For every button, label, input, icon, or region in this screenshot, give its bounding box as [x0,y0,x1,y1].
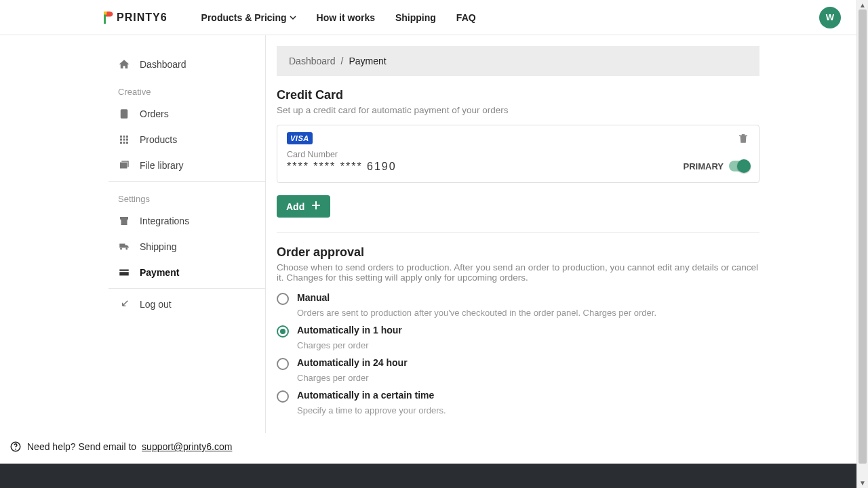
grid-icon [118,134,130,146]
sidebar-item-dashboard[interactable]: Dashboard [108,52,265,77]
help-email-link[interactable]: support@printy6.com [142,441,232,452]
radio-desc: Charges per order [297,373,760,383]
sidebar-item-orders[interactable]: Orders [108,101,265,127]
scroll-down-arrow-icon[interactable]: ▼ [857,479,868,487]
add-card-label: Add [286,201,304,212]
section-divider [277,232,760,233]
radio-option-auto-custom[interactable]: Automatically in a certain time [277,390,760,403]
radio-label: Automatically in a certain time [297,390,434,401]
help-icon [9,441,22,453]
logo-icon [102,9,114,26]
sidebar-label: Dashboard [140,59,186,70]
credit-card-icon [118,266,130,279]
breadcrumb-current: Payment [349,56,386,66]
breadcrumb-sep: / [341,56,344,66]
sidebar-label: Integrations [140,216,189,226]
radio-icon [277,390,289,403]
toggle-knob [737,159,751,173]
card-brand-badge: VISA [287,132,313,144]
nav-products-label: Products & Pricing [201,12,287,23]
sidebar-label: Payment [140,267,179,278]
radio-label: Manual [297,292,330,303]
sidebar-label: Products [140,134,177,145]
nav-links: Products & Pricing How it works Shipping… [201,12,476,23]
sidebar-label: File library [140,160,184,171]
sidebar-section-settings: Settings [108,184,265,208]
credit-card-subtitle: Set up a credit card for automatic payme… [277,105,760,115]
main-content: Dashboard / Payment Credit Card Set up a… [266,35,760,433]
radio-desc: Charges per order [297,340,760,350]
help-text: Need help? Send email to [27,441,136,452]
divider [108,288,265,289]
divider [108,181,265,182]
radio-icon [277,325,289,338]
sidebar-label: Orders [140,108,169,119]
clipboard-icon [118,108,130,120]
brand-name: PRINTY6 [117,12,167,24]
sidebar-item-integrations[interactable]: Integrations [108,208,265,234]
primary-label: PRIMARY [684,161,724,171]
trash-icon[interactable] [737,132,749,144]
order-approval-title: Order approval [277,245,760,260]
truck-icon [118,241,130,253]
sidebar-item-shipping[interactable]: Shipping [108,234,265,260]
radio-label: Automatically in 1 hour [297,325,402,336]
breadcrumb-root[interactable]: Dashboard [289,56,336,66]
sidebar-item-products[interactable]: Products [108,127,265,152]
breadcrumb: Dashboard / Payment [277,46,760,76]
scrollbar-thumb[interactable] [859,9,867,464]
order-approval-subtitle: Choose when to send orders to production… [277,262,760,283]
radio-desc: Specify a time to approve your orders. [297,405,760,415]
svg-point-1 [15,449,16,450]
logout-icon [118,298,130,310]
sidebar-item-file-library[interactable]: File library [108,152,265,178]
topbar: PRINTY6 Products & Pricing How it works … [0,0,868,35]
home-icon [118,58,130,70]
sidebar-item-logout[interactable]: Log out [108,291,265,317]
radio-option-manual[interactable]: Manual [277,292,760,305]
nav-shipping[interactable]: Shipping [395,12,436,23]
help-line: Need help? Send email to support@printy6… [9,441,232,453]
chevron-down-icon [290,12,296,23]
credit-card-panel: VISA Card Number **** **** **** 6190 PRI… [277,125,760,183]
card-number-label: Card Number [287,150,749,159]
sidebar-section-creative: Creative [108,77,265,101]
sidebar-label: Shipping [140,241,177,252]
radio-desc: Orders are sent to production after you'… [297,308,760,318]
credit-card-title: Credit Card [277,88,760,102]
radio-option-auto-24h[interactable]: Automatically in 24 hour [277,357,760,370]
sidebar-item-payment[interactable]: Payment [108,260,265,285]
radio-icon [277,358,289,370]
scrollbar[interactable]: ▲ ▼ [856,0,868,488]
plus-icon [311,201,321,212]
radio-option-auto-1h[interactable]: Automatically in 1 hour [277,325,760,338]
image-stack-icon [118,159,130,171]
sidebar-label: Log out [140,299,172,310]
card-number-value: **** **** **** 6190 [287,161,397,173]
primary-toggle[interactable] [729,161,749,171]
add-card-button[interactable]: Add [277,195,330,218]
sidebar: Dashboard Creative Orders Products File … [108,35,266,433]
storefront-icon [118,215,130,227]
scroll-up-arrow-icon[interactable]: ▲ [857,1,868,9]
avatar[interactable]: W [819,7,841,28]
radio-icon [277,293,289,305]
page-footer [0,464,856,488]
nav-products[interactable]: Products & Pricing [201,12,296,23]
nav-faq[interactable]: FAQ [456,12,476,23]
brand-logo[interactable]: PRINTY6 [102,9,167,26]
radio-label: Automatically in 24 hour [297,357,408,368]
nav-how-it-works[interactable]: How it works [317,12,375,23]
